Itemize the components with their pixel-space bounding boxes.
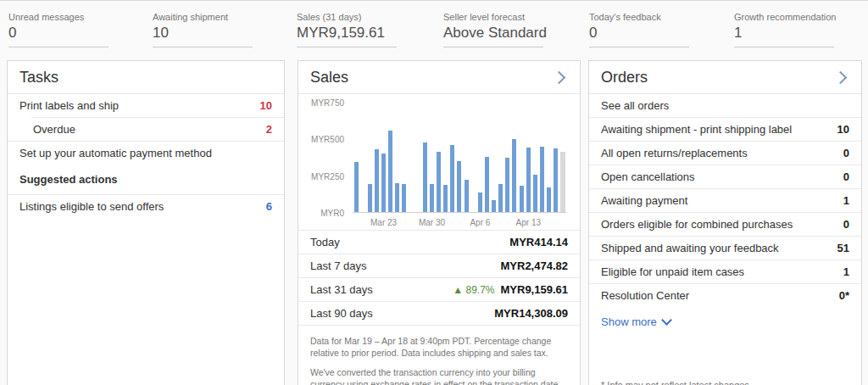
task-row-print-labels[interactable]: Print labels and ship 10 — [8, 94, 284, 117]
sales-bar — [526, 148, 531, 212]
task-count: 2 — [266, 123, 272, 136]
bar-slot — [491, 103, 498, 212]
order-row-awaiting-shipment[interactable]: Awaiting shipment - print shipping label… — [589, 118, 861, 141]
sales-bar — [560, 152, 565, 212]
tasks-title: Tasks — [19, 69, 58, 86]
sales-summary-31-days: Last 31 days ▲ 89.7%MYR9,159.61 — [298, 277, 580, 301]
bar-slot — [449, 103, 456, 212]
summary-value: MYR414.14 — [509, 236, 568, 248]
order-row-awaiting-payment[interactable]: Awaiting payment 1 — [589, 189, 861, 212]
order-row-resolution-center[interactable]: Resolution Center 0* — [589, 284, 861, 307]
sales-bar — [547, 187, 551, 212]
task-row-overdue[interactable]: Overdue 2 — [8, 118, 284, 141]
task-row-payment-method[interactable]: Set up your automatic payment method — [8, 142, 284, 165]
bar-slot — [525, 103, 531, 212]
y-axis-label: MYR0 — [320, 209, 344, 218]
sales-summary-7-days: Last 7 days MYR2,474.82 — [298, 254, 580, 277]
task-row-send-offers[interactable]: Listings eligible to send offers 6 — [8, 195, 284, 218]
sales-bar — [423, 142, 427, 212]
task-label: Listings eligible to send offers — [19, 200, 164, 213]
task-label: Print labels and ship — [19, 99, 119, 112]
order-count: 0 — [843, 218, 849, 231]
stat-value-link[interactable]: 10 — [153, 25, 253, 47]
stat-unread-messages: Unread messages 0 — [8, 12, 108, 47]
sales-title: Sales — [310, 69, 348, 86]
sales-bar — [375, 149, 379, 212]
sales-bar — [443, 185, 448, 213]
bar-slot — [463, 103, 470, 212]
chart-x-axis: Mar 23Mar 30Apr 6Apr 13 — [353, 215, 566, 230]
summary-delta-up-arrow: ▲ 89.7% — [453, 284, 494, 296]
chart-plot-area — [353, 103, 566, 213]
sales-bar — [381, 153, 386, 212]
task-label: Set up your automatic payment method — [19, 147, 212, 159]
order-row-unpaid-item-cases[interactable]: Eligible for unpaid item cases 1 — [589, 260, 861, 283]
order-row-combined-purchases[interactable]: Orders eligible for combined purchases 0 — [589, 213, 861, 236]
stat-value-link[interactable]: 0 — [8, 25, 108, 47]
order-row-see-all[interactable]: See all orders — [589, 94, 861, 117]
sales-bar — [554, 148, 558, 212]
show-more-label: Show more — [601, 315, 657, 328]
stat-label: Seller level forecast — [443, 12, 543, 22]
order-count: 10 — [837, 123, 849, 136]
sales-panel-header[interactable]: Sales — [298, 61, 580, 94]
sales-summary-today: Today MYR414.14 — [298, 230, 580, 254]
sales-bar — [395, 183, 399, 212]
bar-slot — [394, 103, 401, 212]
order-row-cancellations[interactable]: Open cancellations 0 — [589, 165, 861, 188]
order-row-returns[interactable]: All open returns/replacements 0 — [589, 142, 861, 165]
bar-slot — [381, 103, 387, 212]
summary-label: Last 90 days — [310, 307, 373, 320]
stat-value-link[interactable]: MYR9,159.61 — [297, 25, 397, 47]
sales-bar — [388, 131, 392, 212]
stat-value-link[interactable]: Above Standard — [443, 25, 543, 47]
sales-bar — [505, 158, 509, 212]
bar-slot — [559, 103, 566, 212]
summary-label: Last 31 days — [310, 283, 373, 296]
order-label: Open cancellations — [601, 170, 695, 183]
bar-slot — [421, 103, 428, 212]
stat-label: Today's feedback — [589, 12, 689, 22]
order-label: Awaiting payment — [601, 194, 687, 207]
stat-value-link[interactable]: 1 — [734, 25, 834, 47]
chevron-down-icon — [661, 315, 672, 326]
heading-label: Suggested actions — [19, 173, 118, 186]
seller-dashboard: Unread messages 0 Awaiting shipment 10 S… — [0, 0, 868, 385]
bar-slot — [401, 103, 408, 212]
bar-slot — [359, 103, 366, 212]
bar-slot — [498, 103, 504, 212]
sales-footnote-2: We've converted the transaction currency… — [310, 367, 568, 385]
suggested-actions-heading: Suggested actions — [8, 165, 284, 194]
sales-bar — [533, 175, 537, 212]
sales-bar — [354, 162, 359, 212]
bar-slot — [531, 103, 538, 212]
orders-panel-header[interactable]: Orders — [589, 61, 861, 94]
sales-bar — [437, 152, 441, 212]
sales-bar — [450, 145, 454, 212]
stat-value-link[interactable]: 0 — [589, 25, 689, 47]
summary-label: Last 7 days — [310, 259, 367, 272]
bar-slot — [366, 103, 373, 212]
x-axis-label: Apr 13 — [516, 218, 541, 227]
task-count: 6 — [266, 200, 272, 213]
chevron-right-icon[interactable] — [553, 71, 566, 85]
bar-slot — [408, 103, 415, 212]
order-count: 0 — [843, 170, 849, 183]
sales-bar — [498, 184, 503, 212]
bar-slot — [442, 103, 449, 212]
x-axis-label: Apr 6 — [470, 218, 490, 227]
sales-bar — [540, 147, 544, 212]
bar-slot — [373, 103, 380, 212]
order-count: 51 — [837, 242, 849, 254]
order-count: 0 — [843, 147, 849, 159]
bar-slot — [538, 103, 545, 212]
order-label: Eligible for unpaid item cases — [601, 265, 744, 278]
sales-bar — [368, 184, 372, 212]
chevron-right-icon[interactable] — [834, 71, 848, 85]
order-row-awaiting-feedback[interactable]: Shipped and awaiting your feedback 51 — [589, 237, 861, 259]
summary-value: MYR14,308.09 — [494, 307, 568, 320]
stat-todays-feedback: Today's feedback 0 — [589, 12, 689, 47]
y-axis-label: MYR500 — [311, 135, 344, 144]
summary-label: Today — [310, 236, 340, 248]
show-more-link[interactable]: Show more — [589, 307, 861, 337]
